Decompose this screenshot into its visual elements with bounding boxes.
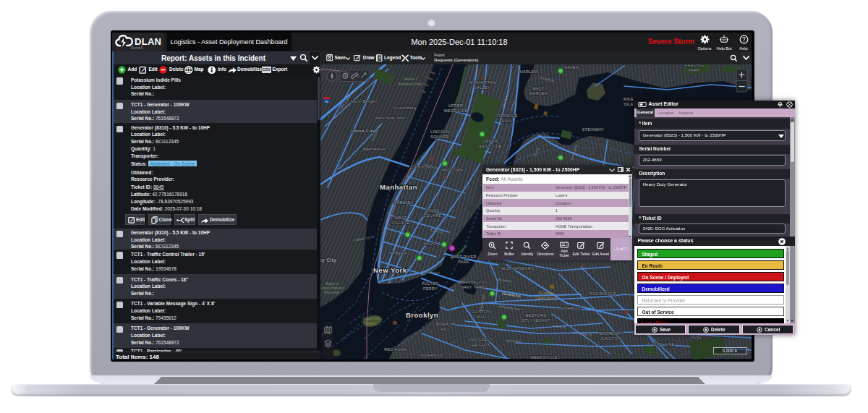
svg-text:Manhattan: Manhattan	[380, 183, 417, 191]
svg-text:WILLIAMSBURG: WILLIAMSBURG	[501, 266, 535, 271]
svg-text:UPPER: UPPER	[483, 139, 498, 143]
svg-text:MIDTOWN: MIDTOWN	[443, 168, 464, 172]
svg-text:PARK: PARK	[458, 260, 469, 264]
svg-text:RIKE: RIKE	[624, 97, 634, 101]
svg-text:RED HOOK: RED HOOK	[384, 347, 407, 352]
svg-text:LINCOLN: LINCOLN	[430, 129, 449, 134]
svg-text:FERRY: FERRY	[423, 286, 438, 291]
svg-text:EAST: EAST	[533, 86, 545, 90]
svg-text:HARLEM: HARLEM	[530, 91, 548, 95]
svg-text:UNION: UNION	[425, 208, 439, 213]
svg-text:CHELSEA: CHELSEA	[393, 200, 414, 205]
svg-text:Guttenberg: Guttenberg	[394, 106, 416, 110]
svg-text:JUNCTION: JUNCTION	[600, 336, 622, 341]
svg-text:HILL: HILL	[502, 119, 511, 123]
svg-text:CITY LINE: CITY LINE	[654, 342, 675, 346]
svg-text:Brooklyn: Brooklyn	[406, 311, 438, 319]
svg-text:James J: James J	[404, 77, 417, 81]
svg-text:MANHATTAN: MANHATTAN	[469, 80, 495, 85]
svg-text:HEIGHTS: HEIGHTS	[472, 343, 490, 347]
svg-text:NOHO: NOHO	[423, 242, 436, 246]
svg-text:Monument: Monument	[324, 291, 340, 294]
svg-text:5,000 ft: 5,000 ft	[723, 349, 737, 353]
svg-text:TRIBECA: TRIBECA	[388, 251, 407, 255]
svg-text:GOWANUS: GOWANUS	[420, 353, 443, 357]
svg-text:Weehawken: Weehawken	[363, 147, 387, 151]
svg-text:WEST SIDE: WEST SIDE	[444, 108, 468, 113]
svg-text:95: 95	[325, 99, 328, 103]
svg-text:EAST SIDE: EAST SIDE	[479, 144, 501, 148]
svg-text:Cabrini School: Cabrini School	[535, 297, 556, 300]
svg-text:STEINWAY: STEINWAY	[582, 127, 604, 132]
svg-text:VALLEY: VALLEY	[475, 85, 490, 90]
svg-text:SQUARE: SQUARE	[431, 135, 449, 139]
svg-text:Braddock Park: Braddock Park	[399, 82, 422, 86]
svg-text:St Frances: St Frances	[538, 291, 555, 295]
svg-text:PROSPECT: PROSPECT	[469, 338, 493, 342]
svg-text:SQUARE: SQUARE	[424, 213, 442, 218]
svg-text:EAST RIVER: EAST RIVER	[451, 255, 476, 259]
svg-text:BOERUM: BOERUM	[436, 322, 455, 326]
svg-text:Statue of: Statue of	[326, 282, 339, 286]
svg-text:HAVEN: HAVEN	[564, 65, 579, 69]
svg-text:Governors: Governors	[362, 316, 380, 320]
svg-text:HARLEM: HARLEM	[520, 69, 538, 74]
svg-text:BROADWAY: BROADWAY	[599, 331, 624, 336]
svg-text:UPPER: UPPER	[448, 103, 463, 108]
svg-text:STUYVESANT: STUYVESANT	[522, 318, 550, 323]
svg-text:BUSHWICK: BUSHWICK	[558, 306, 582, 310]
svg-text:VILLAGE: VILLAGE	[392, 221, 410, 225]
svg-text:WEEKSVILLE: WEEKSVILLE	[530, 355, 558, 359]
svg-text:HILL: HILL	[477, 315, 486, 319]
svg-text:PARK: PARK	[691, 336, 702, 340]
svg-text:CARNEGIE: CARNEGIE	[495, 114, 518, 118]
svg-text:ISLA: ISLA	[624, 102, 633, 106]
svg-text:Island: Island	[366, 321, 376, 325]
svg-text:BROOKLYN: BROOKLYN	[461, 280, 485, 284]
svg-text:HILL: HILL	[441, 327, 451, 331]
svg-text:HARDING: HARDING	[684, 64, 704, 67]
svg-text:New York: New York	[373, 266, 407, 274]
svg-text:FULTON: FULTON	[422, 281, 438, 286]
svg-text:ey City: ey City	[320, 257, 336, 263]
svg-text:PARK: PARK	[689, 68, 700, 72]
svg-text:Union City: Union City	[352, 129, 375, 133]
svg-text:NAVY YARD: NAVY YARD	[461, 285, 485, 289]
svg-text:West New York: West New York	[375, 116, 404, 120]
svg-text:North Bergen: North Bergen	[351, 99, 377, 103]
svg-text:WEST: WEST	[395, 216, 407, 220]
svg-text:Liberty National: Liberty National	[320, 286, 343, 290]
svg-text:RIDGEWOOD: RIDGEWOOD	[590, 291, 617, 296]
svg-text:BEDFORD: BEDFORD	[526, 313, 547, 318]
